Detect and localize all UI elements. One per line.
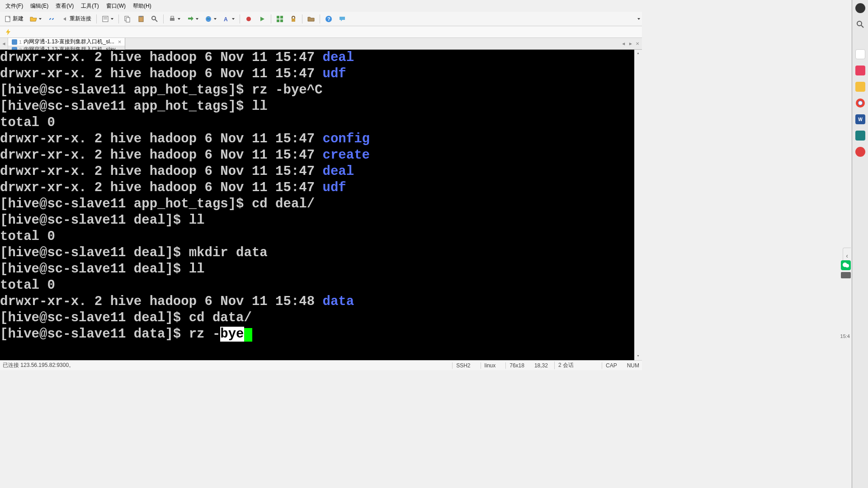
terminal-line: drwxr-xr-x. 2 hive hadoop 6 Nov 11 15:47… — [0, 180, 642, 196]
battery-icon — [841, 272, 851, 278]
sidebar-item-explorer[interactable] — [852, 79, 868, 95]
terminal-line: [hive@sc-slave11 deal]$ ll — [0, 261, 642, 277]
scrollbar-vertical[interactable] — [634, 50, 642, 360]
svg-rect-10 — [170, 18, 175, 21]
tab-nav-right[interactable]: ◄►✕ — [618, 38, 642, 49]
status-pos: 18,32 — [534, 362, 548, 369]
terminal-line: total 0 — [0, 115, 642, 131]
tabbar: ◄ 1内网穿透-1.13-直接到集群入口机_sl...×2内网穿透-1.13-直… — [0, 38, 642, 50]
tab-nav-left[interactable]: ◄ — [0, 38, 8, 49]
menu-tools[interactable]: 工具(T) — [77, 1, 102, 11]
globe-button[interactable] — [202, 14, 219, 24]
help-icon: ? — [325, 15, 332, 23]
sidebar-item-1[interactable] — [852, 0, 868, 16]
svg-point-8 — [152, 16, 156, 20]
copy-icon — [124, 15, 131, 23]
reconnect-button[interactable]: 重新连接 — [59, 13, 94, 24]
svg-rect-18 — [277, 19, 279, 22]
status-os: linux — [481, 362, 500, 369]
terminal-tab-icon — [12, 39, 17, 45]
svg-line-9 — [155, 19, 157, 22]
svg-rect-11 — [171, 16, 174, 18]
statusbar: 已连接 123.56.195.82:9300。 SSH2 linux 76x18… — [0, 360, 642, 370]
globe-icon — [205, 15, 212, 23]
status-caps: CAP — [602, 362, 621, 369]
new-label: 新建 — [13, 15, 24, 23]
svg-rect-5 — [126, 18, 130, 22]
lock-button[interactable] — [287, 14, 300, 24]
menu-view[interactable]: 查看(V) — [52, 1, 77, 11]
wechat-icon[interactable] — [841, 260, 851, 270]
open-button[interactable] — [27, 14, 44, 24]
tile-button[interactable] — [274, 14, 286, 24]
link-button[interactable] — [45, 14, 58, 24]
terminal[interactable]: drwxr-xr-x. 2 hive hadoop 6 Nov 11 15:47… — [0, 50, 642, 360]
status-connection: 已连接 123.56.195.82:9300。 — [3, 361, 446, 369]
menu-edit[interactable]: 编辑(E) — [27, 1, 52, 11]
sidebar-item-pink[interactable] — [852, 62, 868, 79]
help-button[interactable]: ? — [322, 14, 335, 24]
record-button[interactable] — [242, 14, 255, 24]
reconnect-icon — [61, 15, 69, 23]
play-button[interactable] — [256, 14, 269, 24]
app-sidebar: W — [852, 0, 868, 488]
link-icon — [48, 15, 55, 23]
terminal-line: drwxr-xr-x. 2 hive hadoop 6 Nov 11 15:47… — [0, 66, 642, 82]
toolbar: 新建 重新连接 A — [0, 12, 642, 26]
chat-button[interactable] — [336, 14, 349, 24]
tab-0[interactable]: 1内网穿透-1.13-直接到集群入口机_sl...× — [8, 38, 125, 46]
qa-lightning-button[interactable] — [2, 27, 14, 38]
sidebar-item-app[interactable] — [852, 144, 868, 160]
font-icon: A — [223, 15, 230, 23]
new-button[interactable]: 新建 — [2, 13, 26, 24]
properties-icon — [102, 15, 109, 23]
folder-open-icon — [30, 15, 37, 23]
terminal-line: [hive@sc-slave11 app_hot_tags]$ rz -bye^… — [0, 82, 642, 99]
menu-help[interactable]: 帮助(H) — [129, 1, 155, 11]
transfer-icon — [187, 15, 194, 23]
sidebar-item-teal[interactable] — [852, 127, 868, 144]
svg-text:?: ? — [327, 16, 330, 22]
svg-rect-19 — [280, 19, 283, 22]
sidebar-item-white[interactable] — [852, 46, 868, 62]
terminal-line: drwxr-xr-x. 2 hive hadoop 6 Nov 11 15:47… — [0, 147, 642, 164]
tab-close-icon[interactable]: × — [118, 38, 122, 45]
toolbar-overflow[interactable] — [637, 18, 640, 20]
svg-point-31 — [845, 264, 849, 267]
copy-button[interactable] — [121, 14, 134, 24]
svg-rect-16 — [277, 16, 279, 19]
folder-icon — [307, 15, 315, 23]
close-all-icon[interactable]: ✕ — [636, 41, 639, 46]
properties-button[interactable] — [99, 14, 116, 24]
chat-icon — [339, 15, 346, 23]
font-button[interactable]: A — [220, 14, 237, 24]
svg-rect-20 — [292, 19, 295, 22]
paste-button[interactable] — [135, 14, 147, 24]
sidebar-item-search[interactable] — [852, 16, 868, 33]
record-icon — [245, 15, 252, 23]
terminal-line: [hive@sc-slave11 data]$ rz -bye — [0, 326, 642, 343]
menu-file[interactable]: 文件(F) — [2, 1, 27, 11]
sftp-button[interactable] — [305, 14, 317, 24]
find-button[interactable] — [148, 14, 161, 24]
sidebar-item-chrome[interactable] — [852, 95, 868, 111]
transfer-button[interactable] — [184, 14, 201, 24]
terminal-line: [hive@sc-slave11 app_hot_tags]$ ll — [0, 99, 642, 115]
status-num: NUM — [627, 362, 639, 369]
sidebar-item-word[interactable]: W — [852, 111, 868, 127]
terminal-line: [hive@sc-slave11 deal]$ cd data/ — [0, 310, 642, 326]
lightning-icon — [5, 28, 12, 36]
terminal-line: total 0 — [0, 229, 642, 245]
play-icon — [259, 15, 266, 23]
terminal-line: [hive@sc-slave11 deal]$ mkdir data — [0, 245, 642, 261]
new-icon — [5, 15, 12, 23]
svg-point-15 — [246, 17, 251, 21]
terminal-line: drwxr-xr-x. 2 hive hadoop 6 Nov 11 15:47… — [0, 131, 642, 147]
print-button[interactable] — [166, 14, 183, 24]
svg-point-25 — [857, 21, 862, 26]
menu-window[interactable]: 窗口(W) — [103, 1, 129, 11]
svg-rect-23 — [12, 39, 17, 45]
menubar: 文件(F) 编辑(E) 查看(V) 工具(T) 窗口(W) 帮助(H) — [0, 0, 642, 12]
svg-text:A: A — [224, 16, 228, 23]
terminal-line: drwxr-xr-x. 2 hive hadoop 6 Nov 11 15:48… — [0, 294, 642, 310]
